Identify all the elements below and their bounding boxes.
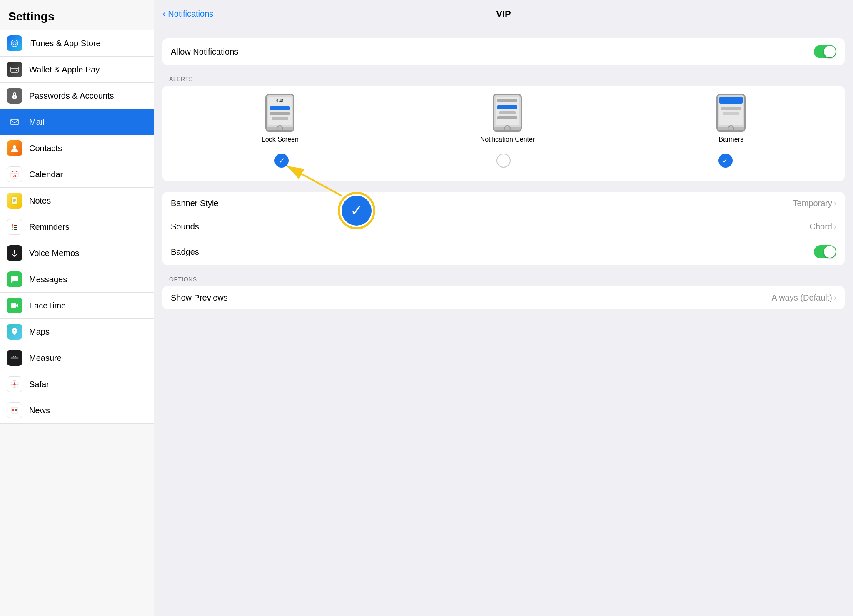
show-previews-label: Show Previews	[171, 293, 228, 303]
back-button[interactable]: ‹ Notifications	[162, 9, 213, 20]
allow-notifications-toggle[interactable]	[814, 45, 836, 58]
safari-label: Safari	[29, 380, 51, 389]
facetime-icon	[7, 298, 22, 313]
sidebar-item-passwords[interactable]: Passwords & Accounts	[0, 83, 154, 109]
voicememos-icon	[7, 245, 22, 261]
svg-marker-24	[16, 303, 18, 308]
nc-home-btn	[504, 125, 511, 132]
toggle-knob	[824, 46, 836, 57]
banners-device-icon	[716, 94, 746, 132]
sidebar-item-wallet[interactable]: Wallet & Apple Pay	[0, 57, 154, 83]
maps-label: Maps	[29, 327, 50, 337]
lock-screen-bar-gray2	[272, 117, 288, 120]
device-home-bar	[267, 127, 293, 130]
measure-icon	[7, 350, 22, 366]
alert-banners[interactable]: Banners	[716, 94, 746, 143]
news-label: News	[29, 406, 50, 415]
sidebar-item-facetime[interactable]: FaceTime	[0, 293, 154, 319]
nc-bar3	[499, 111, 515, 114]
alert-notification-center[interactable]: Notification Center	[480, 94, 535, 143]
svg-rect-23	[11, 303, 16, 308]
sidebar-item-maps[interactable]: Maps	[0, 319, 154, 345]
svg-text:31: 31	[13, 174, 17, 178]
banners-bar2	[723, 112, 739, 115]
calendar-label: Calendar	[29, 170, 63, 179]
contacts-icon	[7, 140, 22, 156]
badges-row[interactable]: Badges	[162, 238, 845, 265]
alerts-card: 9:41 Lock Screen	[162, 86, 845, 181]
facetime-label: FaceTime	[29, 301, 66, 310]
sidebar-item-messages[interactable]: Messages	[0, 266, 154, 293]
wallet-label: Wallet & Apple Pay	[29, 65, 100, 75]
notification-center-check[interactable]	[496, 154, 511, 168]
show-previews-row[interactable]: Show Previews Always (Default) ›	[162, 286, 845, 309]
sidebar-item-news[interactable]: News	[0, 397, 154, 424]
reminders-label: Reminders	[29, 222, 70, 232]
banner-style-row[interactable]: Banner Style Temporary ›	[162, 192, 845, 215]
measure-label: Measure	[29, 353, 62, 363]
sidebar-item-measure[interactable]: Measure	[0, 345, 154, 371]
back-label: Notifications	[168, 9, 213, 19]
svg-rect-21	[14, 250, 15, 254]
options-section: OPTIONS Show Previews Always (Default) ›	[162, 276, 845, 310]
sidebar-title: Settings	[0, 0, 154, 30]
reminders-icon	[7, 219, 22, 235]
news-icon	[7, 402, 22, 418]
sounds-label: Sounds	[171, 222, 199, 231]
device-home-btn	[277, 125, 283, 132]
sidebar-item-itunes[interactable]: iTunes & App Store	[0, 30, 154, 57]
voicememos-label: Voice Memos	[29, 248, 79, 258]
sidebar-item-contacts[interactable]: Contacts	[0, 135, 154, 161]
allow-notifications-section: Allow Notifications	[162, 38, 845, 66]
passwords-icon	[7, 88, 22, 104]
safari-icon	[7, 376, 22, 392]
lock-screen-check[interactable]: ✓	[274, 154, 289, 168]
lock-screen-check-container: ✓	[274, 154, 289, 168]
banner-sounds-section: Banner Style Temporary › Sounds Chord › …	[162, 192, 845, 266]
content-header: ‹ Notifications VIP	[154, 0, 853, 28]
wallet-icon	[7, 62, 22, 77]
banners-bar1	[721, 107, 741, 110]
nc-home-bar	[494, 127, 521, 130]
sidebar-item-calendar[interactable]: 31Calendar	[0, 161, 154, 188]
badges-toggle[interactable]	[814, 245, 836, 258]
banners-home-btn	[728, 125, 734, 132]
mail-label: Mail	[29, 117, 45, 127]
messages-icon	[7, 271, 22, 287]
banners-label: Banners	[718, 136, 743, 143]
lock-screen-notif-bar	[270, 106, 290, 110]
svg-rect-9	[16, 171, 17, 172]
allow-notifications-label: Allow Notifications	[171, 47, 238, 57]
alerts-section-label: ALERTS	[162, 76, 845, 86]
itunes-icon	[7, 35, 22, 51]
banner-style-value: Temporary ›	[793, 199, 836, 208]
calendar-icon: 31	[7, 166, 22, 182]
alert-lock-screen[interactable]: 9:41 Lock Screen	[262, 94, 299, 143]
nc-bar4	[497, 116, 517, 119]
notification-center-device-icon	[493, 94, 522, 132]
back-chevron-icon: ‹	[162, 9, 165, 20]
banner-style-label: Banner Style	[171, 199, 219, 208]
svg-point-6	[13, 145, 16, 149]
sidebar-item-safari[interactable]: Safari	[0, 371, 154, 397]
svg-point-15	[12, 224, 13, 226]
banners-check[interactable]: ✓	[718, 154, 733, 168]
banners-home-bar	[718, 127, 744, 130]
mail-icon	[7, 114, 22, 130]
sidebar-item-voicememos[interactable]: Voice Memos	[0, 240, 154, 266]
notes-label: Notes	[29, 196, 51, 206]
allow-notifications-row[interactable]: Allow Notifications	[162, 38, 845, 65]
sidebar-item-mail[interactable]: Mail	[0, 109, 154, 135]
svg-point-17	[12, 229, 13, 230]
sidebar-item-notes[interactable]: Notes	[0, 188, 154, 214]
nc-bar2	[497, 105, 517, 109]
sidebar: Settings iTunes & App StoreWallet & Appl…	[0, 0, 154, 616]
sidebar-item-reminders[interactable]: Reminders	[0, 214, 154, 240]
content-panel: ‹ Notifications VIP Allow Notifications …	[154, 0, 853, 616]
lock-screen-bar-gray	[270, 112, 290, 115]
badges-label: Badges	[171, 247, 199, 257]
notes-icon	[7, 193, 22, 209]
show-previews-chevron: ›	[834, 293, 836, 302]
sounds-row[interactable]: Sounds Chord ›	[162, 215, 845, 238]
lock-screen-label: Lock Screen	[262, 136, 299, 143]
